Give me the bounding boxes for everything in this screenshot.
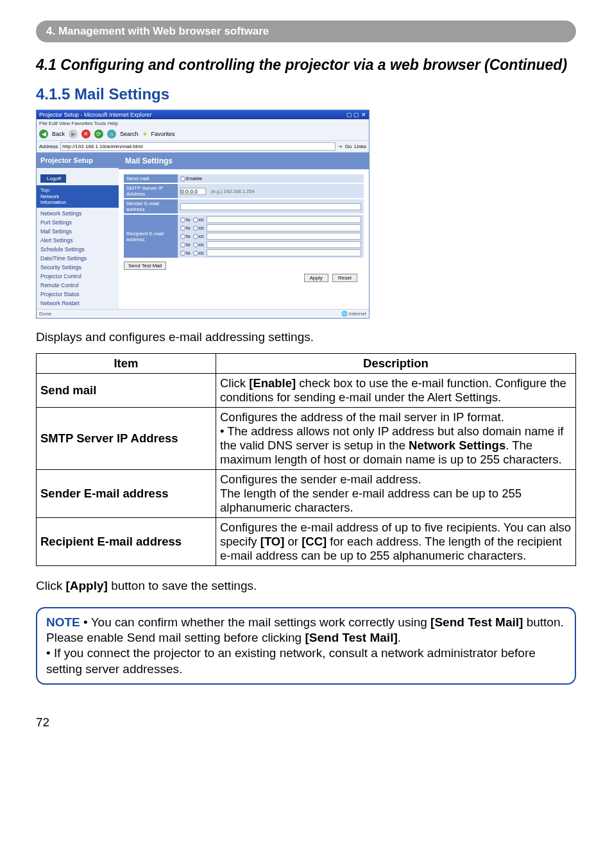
sidebar-link[interactable]: Security Settings — [40, 264, 115, 271]
to-radio[interactable]: to — [180, 217, 191, 222]
row-desc: Configures the address of the mail serve… — [216, 407, 576, 469]
forward-icon: ▶ — [69, 129, 78, 138]
topinfo-line3: Information — [40, 199, 115, 206]
favorites-icon[interactable]: ★ — [142, 131, 148, 137]
row-item: Recipient E-mail address — [37, 517, 216, 565]
cc-radio[interactable]: cc — [193, 233, 204, 239]
topinfo-line1: Top: — [40, 187, 115, 194]
status-zone: 🌐 Internet — [341, 311, 366, 317]
addr-go-label: Go — [345, 144, 352, 149]
to-label: to — [186, 225, 191, 231]
ie-statusbar: Done 🌐 Internet — [37, 309, 369, 318]
cc-radio[interactable]: cc — [193, 225, 204, 231]
apply-button[interactable]: Apply — [304, 274, 328, 282]
status-zone-label: Internet — [349, 311, 366, 317]
page-number: 72 — [36, 715, 576, 730]
cc-label: cc — [199, 233, 204, 239]
text: Click — [36, 579, 65, 592]
section-banner: 4. Management with Web browser software — [36, 21, 576, 42]
sidebar-link[interactable]: Projector Status — [40, 291, 115, 297]
recipient-input[interactable] — [207, 216, 361, 223]
sidebar-link[interactable]: Alert Settings — [40, 237, 115, 244]
ie-toolbar: ◀ Back ▶ ✕ ⟳ ⌂ Search ★ Favorites — [37, 128, 369, 141]
ie-titlebar: Projector Setup - Microsoft Internet Exp… — [37, 110, 369, 119]
reset-button[interactable]: Reset — [332, 274, 357, 282]
smtp-example: (e.g.) 192.168.1.254 — [211, 188, 255, 194]
note-bold: [Send Test Mail] — [305, 631, 397, 644]
addr-links-label[interactable]: Links — [354, 144, 366, 149]
sidebar-link[interactable]: Network Restart — [40, 300, 115, 306]
label-recipient: Recipient E-mail address — [124, 215, 178, 258]
row-item: Sender E-mail address — [37, 469, 216, 517]
desc-text: Click — [220, 376, 249, 390]
sidebar-link[interactable]: Mail Settings — [40, 228, 115, 235]
to-label: to — [186, 242, 191, 247]
row-desc: Click [Enable] check box to use the e-ma… — [216, 373, 576, 407]
ie-sidebar: Projector Setup Logoff Top: Network Info… — [37, 153, 119, 309]
home-icon[interactable]: ⌂ — [107, 129, 116, 138]
topinfo-line2: Network — [40, 194, 115, 200]
recipient-input[interactable] — [207, 249, 361, 256]
heading-mail-settings: 4.1.5 Mail Settings — [36, 85, 576, 103]
cc-label: cc — [199, 242, 204, 247]
refresh-icon[interactable]: ⟳ — [94, 129, 103, 138]
to-radio[interactable]: to — [180, 225, 191, 231]
sidebar-link[interactable]: Date/Time Settings — [40, 255, 115, 262]
sender-input[interactable] — [180, 203, 361, 210]
th-item: Item — [37, 353, 216, 373]
ie-main: Mail Settings Send mail Enable SMTP Serv… — [119, 153, 369, 309]
sidebar-link[interactable]: Projector Control — [40, 273, 115, 280]
enable-label: Enable — [186, 176, 202, 181]
logoff-button[interactable]: Logoff — [40, 174, 66, 183]
apply-bold: [Apply] — [65, 579, 107, 592]
ie-window-controls: ▢ ▢ ✕ — [346, 112, 366, 118]
recipient-input[interactable] — [207, 233, 361, 240]
row-desc: Configures the sender e-mail address. Th… — [216, 469, 576, 517]
recipient-input[interactable] — [207, 224, 361, 231]
to-radio[interactable]: to — [180, 233, 191, 239]
note-text: . — [398, 631, 401, 644]
sidebar-link[interactable]: Network Settings — [40, 210, 115, 217]
apply-instruction: Click [Apply] button to save the setting… — [36, 579, 576, 593]
go-icon[interactable]: ➔ — [338, 144, 343, 149]
main-title: Mail Settings — [119, 153, 369, 169]
row-desc: Configures the e-mail address of up to f… — [216, 517, 576, 565]
sidebar-link[interactable]: Port Settings — [40, 219, 115, 226]
smtp-ip-input[interactable]: 0.0.0.0 — [180, 188, 206, 195]
desc-bold: [Enable] — [249, 376, 296, 390]
to-radio[interactable]: to — [180, 242, 191, 247]
to-label: to — [186, 217, 191, 222]
embedded-screenshot: Projector Setup - Microsoft Internet Exp… — [36, 110, 370, 319]
cc-radio[interactable]: cc — [193, 242, 204, 247]
to-radio[interactable]: to — [180, 250, 191, 256]
sidebar-topinfo: Top: Network Information — [37, 185, 119, 208]
note-bold: [Send Test Mail] — [430, 615, 523, 629]
cc-label: cc — [199, 217, 204, 222]
ie-window-title: Projector Setup - Microsoft Internet Exp… — [39, 112, 152, 118]
toolbar-favorites-label[interactable]: Favorites — [151, 131, 175, 137]
ie-menubar: File Edit View Favorites Tools Help — [37, 119, 369, 128]
cc-radio[interactable]: cc — [193, 217, 204, 222]
note-text: • You can confirm whether the mail setti… — [80, 615, 430, 629]
address-field[interactable]: http://192.168.1.10/admin/mail.html — [60, 142, 335, 151]
intro-text: Displays and configures e-mail addressin… — [36, 330, 576, 344]
cc-label: cc — [199, 225, 204, 231]
back-icon[interactable]: ◀ — [39, 129, 48, 138]
label-sendmail: Send mail — [124, 174, 178, 183]
to-label: to — [186, 250, 191, 256]
stop-icon[interactable]: ✕ — [81, 129, 90, 138]
desc-bold: Network Settings — [409, 438, 506, 452]
recipient-input[interactable] — [207, 241, 361, 248]
th-description: Description — [216, 353, 576, 373]
settings-table: Item Description Send mail Click [Enable… — [36, 353, 576, 566]
toolbar-search-label[interactable]: Search — [120, 131, 139, 137]
cc-radio[interactable]: cc — [193, 250, 204, 256]
enable-checkbox[interactable]: Enable — [180, 176, 202, 181]
sidebar-link[interactable]: Schedule Settings — [40, 246, 115, 253]
row-item: Send mail — [37, 373, 216, 407]
cc-label: cc — [199, 250, 204, 256]
desc-text: Configures the sender e-mail address. Th… — [220, 472, 522, 514]
desc-bold: [CC] — [302, 535, 327, 548]
send-test-mail-button[interactable]: Send Test Mail — [124, 262, 166, 270]
sidebar-link[interactable]: Remote Control — [40, 282, 115, 288]
